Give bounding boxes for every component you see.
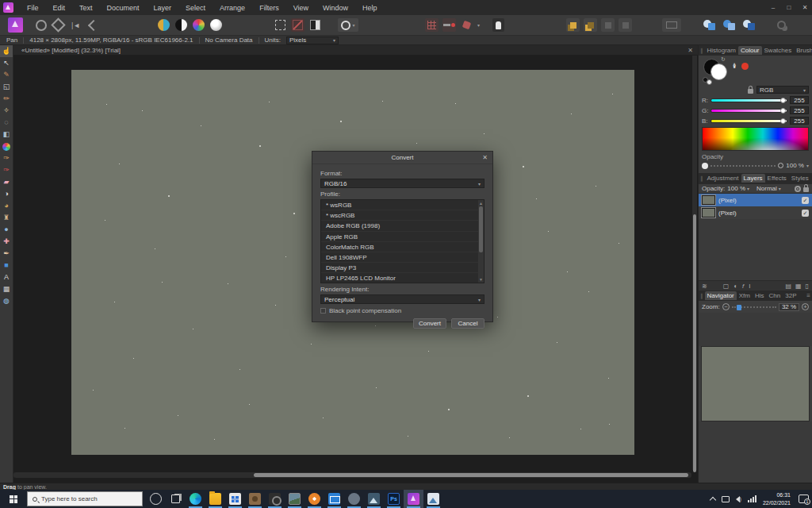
taskbar-steam-grey[interactable] (344, 490, 364, 508)
document-close-icon[interactable]: ✕ (688, 47, 693, 54)
live-filter-icon[interactable]: Ι (749, 283, 750, 290)
profile-option[interactable]: Dell 1908WFP (321, 252, 478, 263)
view-tool[interactable]: ☝ (0, 45, 13, 57)
horizontal-scrollbar-thumb[interactable] (254, 473, 688, 477)
menu-item-arrange[interactable]: Arrange (213, 4, 252, 12)
quick-mask-dropdown[interactable]: ▾ (338, 18, 358, 32)
format-dropdown[interactable]: RGB/16 ▾ (320, 179, 485, 188)
maximize-button[interactable]: □ (782, 4, 796, 11)
horizontal-scrollbar[interactable] (13, 472, 691, 478)
layer-visibility-checkbox[interactable]: ✓ (802, 210, 809, 217)
clone-brush-tool[interactable]: ♜ (0, 212, 13, 224)
menu-item-edit[interactable]: Edit (46, 4, 73, 12)
green-value[interactable]: 255 (790, 106, 809, 114)
move-to-back-icon[interactable] (584, 18, 597, 32)
tab-xfm[interactable]: Xfm (737, 291, 753, 300)
profile-option[interactable]: ColorMatch RGB (321, 242, 478, 252)
taskbar-camera[interactable] (265, 490, 285, 508)
checkerboard-icon[interactable]: ▦ (795, 283, 802, 290)
layer-visibility-checkbox[interactable]: ✓ (802, 197, 809, 204)
sampled-colour-dot[interactable] (741, 63, 749, 70)
blur-tool[interactable]: ● (0, 224, 13, 236)
layer-row[interactable]: (Pixel)✓ (699, 194, 812, 206)
gradient-tool[interactable] (0, 140, 13, 152)
profile-option[interactable]: HP LP2465 LCD Monitor (321, 273, 478, 283)
zoom-tool[interactable]: ◍ (0, 295, 13, 307)
eyedropper-icon[interactable]: ✒ (730, 62, 739, 68)
layer-stack-icon[interactable]: ≋ (702, 283, 707, 290)
scroll-up-icon[interactable]: ▲ (478, 201, 484, 206)
back-one-icon[interactable] (619, 18, 632, 32)
taskbar-photoshop[interactable]: Ps (384, 490, 404, 508)
blue-slider-handle[interactable] (780, 118, 786, 124)
lock-icon[interactable] (803, 187, 809, 192)
cancel-button[interactable]: Cancel (451, 318, 485, 329)
menu-item-help[interactable]: Help (355, 4, 385, 12)
scroll-down-icon[interactable]: ▼ (478, 277, 484, 282)
profile-scrollbar-thumb[interactable] (479, 206, 483, 252)
forward-one-icon[interactable] (601, 18, 615, 32)
taskbar-task-view[interactable] (166, 490, 186, 508)
rotate-icon[interactable] (34, 18, 48, 32)
move-to-front-icon[interactable] (566, 18, 580, 32)
units-dropdown[interactable]: Pixels ▾ (286, 37, 339, 44)
panel-grip-icon[interactable]: ∥ (700, 48, 703, 54)
red-slider[interactable] (710, 98, 787, 102)
erase-brush-tool[interactable]: ▰ (0, 176, 13, 188)
taskbar-clock[interactable]: 06:31 22/02/2021 (763, 491, 791, 506)
taskbar-image-viewer[interactable] (364, 490, 384, 508)
document-tab[interactable]: «Untitled» [Modified] (32.3%) [Trial] (21, 47, 121, 54)
profile-option[interactable]: Display P3 (321, 263, 478, 273)
taskbar-photo-app[interactable] (423, 490, 443, 508)
red-value[interactable]: 255 (790, 96, 809, 104)
start-button[interactable] (0, 490, 27, 508)
primary-colour-swatch[interactable] (710, 64, 727, 80)
settings-cube-icon[interactable] (52, 18, 65, 32)
colour-replacement-brush-tool[interactable]: ✑ (0, 164, 13, 176)
blue-slider[interactable] (710, 119, 787, 123)
snap-options-icon[interactable] (460, 18, 473, 32)
flood-fill-tool[interactable]: ◧ (0, 129, 13, 140)
crop-tool[interactable]: ◱ (0, 81, 13, 93)
tab-styles[interactable]: Styles (789, 174, 811, 183)
blend-mode-dropdown[interactable]: Normal ▾ (756, 185, 781, 192)
taskbar-photos[interactable] (285, 490, 304, 508)
zoom-in-button[interactable]: + (802, 303, 809, 310)
green-slider[interactable] (710, 109, 787, 113)
opacity-slider-track[interactable] (710, 165, 776, 167)
vertical-scrollbar-thumb[interactable] (693, 214, 696, 472)
trash-icon[interactable]: ▯ (806, 283, 809, 290)
layers-opacity-dropdown[interactable]: 100 % ▾ (727, 185, 749, 192)
navigator-preview[interactable] (701, 346, 810, 421)
snapping-icon[interactable] (442, 18, 456, 32)
profile-option[interactable]: Adobe RGB (1998) (321, 221, 478, 231)
zoom-value[interactable]: 32 % (779, 303, 799, 311)
add-pixel-layer-icon[interactable]: ▢ (723, 283, 730, 290)
tab-histogram[interactable]: Histogram (705, 46, 738, 55)
assistant-icon[interactable] (492, 18, 504, 32)
taskbar-affinity-photo[interactable] (404, 490, 423, 508)
tab-32p[interactable]: 32P (783, 291, 799, 300)
colour-mode-dropdown[interactable]: RGB ▾ (756, 86, 809, 94)
profile-option[interactable]: Apple RGB (321, 232, 478, 242)
green-slider-handle[interactable] (780, 108, 786, 114)
move-tool[interactable]: ↖ (0, 57, 13, 69)
menu-item-document[interactable]: Document (100, 4, 147, 12)
vertical-scrollbar[interactable] (692, 56, 697, 470)
taskbar-store[interactable] (225, 490, 245, 508)
adjustment-icon[interactable]: f (742, 283, 744, 290)
tab-swatches[interactable]: Swatches (762, 46, 795, 55)
menu-item-file[interactable]: File (20, 4, 46, 12)
taskbar-sepia-app[interactable] (245, 490, 265, 508)
tab-effects[interactable]: Effects (765, 174, 789, 183)
taskbar-settings-orange[interactable] (304, 490, 324, 508)
red-slider-handle[interactable] (780, 98, 786, 103)
tab-navigator[interactable]: Navigator (705, 291, 737, 300)
insert-target-icon[interactable] (662, 18, 681, 32)
lock-icon[interactable] (748, 89, 753, 94)
zoom-slider-handle[interactable] (737, 305, 741, 310)
panel-menu-icon[interactable]: ≡ (806, 292, 810, 299)
tab-brushes[interactable]: Brushes (794, 46, 812, 55)
inpainting-brush-tool[interactable]: ✒ (0, 248, 13, 260)
boolean-subtract-icon[interactable] (722, 18, 737, 32)
